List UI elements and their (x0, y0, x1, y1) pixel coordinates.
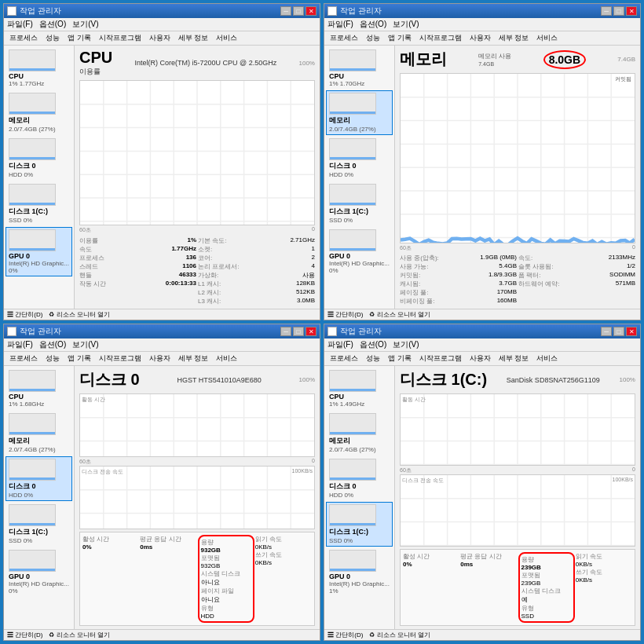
minimize-button[interactable]: ─ (280, 6, 291, 16)
menu-item[interactable]: 옵션(O) (39, 339, 66, 350)
window-controls[interactable]: ─ □ ✕ (280, 6, 317, 16)
minimize-button[interactable]: ─ (280, 327, 291, 336)
maximize-button[interactable]: □ (613, 327, 624, 336)
tab-item[interactable]: 사용자 (467, 353, 493, 364)
window-controls[interactable]: ─ □ ✕ (601, 327, 637, 336)
stat-value: 128KB (296, 280, 315, 288)
tab-item[interactable]: 사용자 (467, 32, 493, 44)
tab-item[interactable]: 프로세스 (327, 32, 360, 44)
menu-item[interactable]: 파일(F) (327, 19, 353, 30)
tab-item[interactable]: 서비스 (214, 32, 240, 44)
tab-item[interactable]: 사용자 (147, 353, 173, 364)
sidebar-item[interactable]: 메모리2.0/7.4GB (27%) (5, 411, 72, 456)
sidebar-item[interactable]: 메모리2.0/7.4GB (27%) (326, 90, 393, 135)
tab-item[interactable]: 세부 정보 (176, 353, 211, 364)
title-bar-left: 작업 관리자 (327, 5, 382, 16)
tab-item[interactable]: 성능 (43, 353, 62, 364)
minimize-button[interactable]: ─ (601, 6, 612, 16)
sidebar: CPU1% 1.77GHz메모리2.0/7.4GB (27%)디스크 0HDD … (4, 46, 75, 309)
bottom-link[interactable]: ♻ 리소스 모니터 열기 (49, 631, 110, 639)
tab-item[interactable]: 앱 기록 (386, 353, 414, 364)
minimize-button[interactable]: ─ (601, 327, 612, 336)
tab-item[interactable]: 앱 기록 (386, 32, 414, 44)
sidebar-item-detail: Intel(R) HD Graphic... 1% (329, 580, 390, 595)
stat-value: 4 (312, 262, 315, 271)
menu-item[interactable]: 파일(F) (7, 19, 33, 30)
tab-item[interactable]: 세부 정보 (176, 32, 211, 44)
tab-item[interactable]: 서비스 (534, 32, 560, 44)
sidebar-item-name: CPU (9, 393, 69, 401)
sidebar-item[interactable]: 디스크 1(C:)SSD 0% (326, 502, 393, 547)
sidebar-item[interactable]: 디스크 1(C:)SSD 0% (326, 181, 393, 226)
menu-item[interactable]: 옵션(O) (39, 19, 66, 30)
close-button[interactable]: ✕ (306, 6, 317, 16)
close-button[interactable]: ✕ (626, 327, 637, 336)
sidebar-item[interactable]: 디스크 1(C:)SSD 0% (5, 181, 72, 226)
capacity-label: 용량 (201, 538, 251, 547)
menu-item[interactable]: 파일(F) (327, 339, 353, 350)
sidebar-item[interactable]: 디스크 0HDD 0% (5, 136, 72, 181)
tab-item[interactable]: 성능 (364, 353, 382, 364)
menu-item[interactable]: 보기(V) (393, 19, 419, 30)
sidebar-item[interactable]: 디스크 0HDD 0% (326, 136, 393, 181)
maximize-button[interactable]: □ (293, 6, 304, 16)
tab-item[interactable]: 프로세스 (7, 353, 40, 364)
tab-item[interactable]: 프로세스 (7, 32, 40, 44)
tab-item[interactable]: 세부 정보 (496, 353, 532, 364)
sidebar-item[interactable]: CPU1% 1.70GHz (326, 47, 393, 90)
tab-item[interactable]: 시작프로그램 (417, 32, 464, 44)
maximize-button[interactable]: □ (293, 327, 304, 336)
stat-value: 5.4GB (499, 262, 517, 271)
tab-item[interactable]: 앱 기록 (65, 353, 93, 364)
close-button[interactable]: ✕ (626, 6, 637, 16)
menu-item[interactable]: 보기(V) (72, 19, 98, 30)
memory-chart-label: 메모리 사용7.4GB (478, 52, 511, 68)
tab-item[interactable]: 앱 기록 (65, 32, 93, 44)
tab-item[interactable]: 서비스 (534, 353, 560, 364)
menu-item[interactable]: 옵션(O) (360, 339, 386, 350)
sidebar-item[interactable]: 디스크 0HDD 0% (326, 456, 393, 501)
sidebar-item[interactable]: CPU1% 1.77GHz (5, 47, 72, 90)
sidebar-item[interactable]: 메모리2.0/7.4GB (27%) (326, 411, 393, 456)
tab-item[interactable]: 사용자 (147, 32, 173, 44)
window-controls[interactable]: ─ □ ✕ (280, 327, 317, 336)
sidebar-item-name: 메모리 (329, 436, 390, 446)
tab-item[interactable]: 성능 (43, 32, 62, 44)
sidebar-item[interactable]: 메모리2.0/7.4GB (27%) (5, 90, 72, 135)
main-content: CPU 이용률 Intel(R) Core(TM) i5-7200U CPU @… (75, 46, 320, 309)
maximize-button[interactable]: □ (613, 6, 624, 16)
tab-item[interactable]: 시작프로그램 (97, 353, 144, 364)
sidebar-item[interactable]: GPU 0Intel(R) HD Graphic... 1% (326, 547, 393, 597)
sidebar-item-detail: Intel(R) HD Graphic... 0% (9, 580, 69, 595)
disk1-header: 디스크 1(C:) SanDisk SD8SNAT256G1109 100% (400, 369, 635, 390)
tab-item[interactable]: 성능 (364, 32, 382, 44)
sidebar-item[interactable]: 디스크 1(C:)SSD 0% (5, 502, 72, 547)
tab-item[interactable]: 세부 정보 (496, 32, 532, 44)
menu-bar: 파일(F)옵션(O)보기(V) (4, 18, 320, 31)
sidebar-item[interactable]: 디스크 0HDD 0% (5, 456, 72, 501)
menu-item[interactable]: 옵션(O) (360, 19, 386, 30)
bottom-link[interactable]: ♻ 리소스 모니터 열기 (49, 310, 110, 319)
disk-type-label: 유형 (201, 604, 251, 613)
sidebar-item[interactable]: CPU1% 1.68GHz (5, 368, 72, 410)
sidebar-item[interactable]: GPU 0Intel(R) HD Graphic... 0% (5, 227, 72, 276)
app-icon (7, 6, 16, 16)
bottom-link[interactable]: ♻ 리소스 모니터 열기 (369, 631, 430, 639)
stat-row: 핸들 46333 (79, 271, 196, 280)
tab-item[interactable]: 프로세스 (327, 353, 360, 364)
thumb-bar (330, 203, 375, 205)
sidebar-item[interactable]: GPU 0Intel(R) HD Graphic... 0% (5, 547, 72, 597)
menu-item[interactable]: 보기(V) (72, 339, 98, 350)
tab-item[interactable]: 시작프로그램 (417, 353, 464, 364)
bottom-link[interactable]: ♻ 리소스 모니터 열기 (369, 310, 430, 319)
window-controls[interactable]: ─ □ ✕ (601, 6, 637, 16)
sidebar-item[interactable]: GPU 0Intel(R) HD Graphic... 0% (326, 227, 393, 276)
sidebar-item-detail: 1% 1.77GHz (9, 80, 69, 87)
menu-item[interactable]: 보기(V) (393, 339, 419, 350)
menu-item[interactable]: 파일(F) (7, 339, 33, 350)
tab-item[interactable]: 시작프로그램 (97, 32, 144, 44)
close-button[interactable]: ✕ (306, 327, 317, 336)
sidebar-item[interactable]: CPU1% 1.49GHz (326, 368, 393, 410)
stat-label: 핸들 (79, 271, 92, 280)
tab-item[interactable]: 서비스 (214, 353, 240, 364)
